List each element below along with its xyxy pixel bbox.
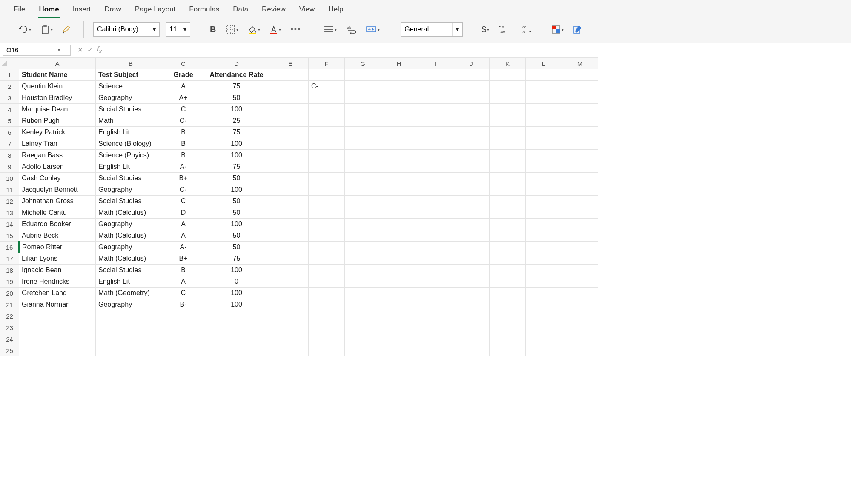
cell-J24[interactable] xyxy=(453,333,490,345)
row-header-21[interactable]: 21 xyxy=(0,299,19,310)
cell-C8[interactable]: B xyxy=(166,150,201,161)
align-button[interactable]: ▾ xyxy=(322,23,338,35)
cell-H14[interactable] xyxy=(381,219,417,230)
cell-K14[interactable] xyxy=(490,219,526,230)
cell-A4[interactable]: Marquise Dean xyxy=(19,104,96,115)
cell-L6[interactable] xyxy=(526,127,562,138)
cell-J17[interactable] xyxy=(453,253,490,265)
tab-help[interactable]: Help xyxy=(327,3,344,15)
cell-L15[interactable] xyxy=(526,230,562,242)
cell-M7[interactable] xyxy=(562,138,598,150)
row-header-15[interactable]: 15 xyxy=(0,230,19,242)
fx-icon[interactable]: fx xyxy=(97,46,102,54)
row-header-24[interactable]: 24 xyxy=(0,333,19,345)
fill-color-button[interactable]: ▾ xyxy=(246,23,262,35)
cell-F17[interactable] xyxy=(309,253,345,265)
cell-D20[interactable]: 100 xyxy=(201,288,272,299)
cell-L12[interactable] xyxy=(526,196,562,207)
cell-E12[interactable] xyxy=(272,196,309,207)
cell-A14[interactable]: Eduardo Booker xyxy=(19,219,96,230)
cell-C22[interactable] xyxy=(166,310,201,322)
cell-C17[interactable]: B+ xyxy=(166,253,201,265)
cell-H22[interactable] xyxy=(381,310,417,322)
cell-H16[interactable] xyxy=(381,242,417,253)
cell-F5[interactable] xyxy=(309,115,345,127)
col-header-K[interactable]: K xyxy=(490,58,526,69)
cell-K2[interactable] xyxy=(490,81,526,92)
cell-B23[interactable] xyxy=(96,322,166,333)
tab-insert[interactable]: Insert xyxy=(72,3,92,15)
wrap-text-button[interactable]: ab xyxy=(344,23,358,36)
cell-B12[interactable]: Social Studies xyxy=(96,196,166,207)
cell-G13[interactable] xyxy=(345,207,381,219)
cell-C19[interactable]: A xyxy=(166,276,201,288)
cell-M21[interactable] xyxy=(562,299,598,310)
cell-B11[interactable]: Geography xyxy=(96,184,166,196)
cell-I14[interactable] xyxy=(417,219,453,230)
cell-K21[interactable] xyxy=(490,299,526,310)
cell-G12[interactable] xyxy=(345,196,381,207)
cell-I23[interactable] xyxy=(417,322,453,333)
tab-view[interactable]: View xyxy=(298,3,316,15)
cell-E25[interactable] xyxy=(272,345,309,356)
cell-D10[interactable]: 50 xyxy=(201,173,272,184)
cell-M9[interactable] xyxy=(562,161,598,173)
cell-G2[interactable] xyxy=(345,81,381,92)
cell-E17[interactable] xyxy=(272,253,309,265)
cell-H24[interactable] xyxy=(381,333,417,345)
cell-J7[interactable] xyxy=(453,138,490,150)
cell-J6[interactable] xyxy=(453,127,490,138)
cell-C11[interactable]: C- xyxy=(166,184,201,196)
font-size-input[interactable] xyxy=(166,24,180,35)
number-format-input[interactable] xyxy=(401,24,452,35)
format-painter-button[interactable] xyxy=(60,23,74,36)
font-color-button[interactable]: ▾ xyxy=(268,23,283,35)
cell-G19[interactable] xyxy=(345,276,381,288)
cell-A20[interactable]: Gretchen Lang xyxy=(19,288,96,299)
cell-E13[interactable] xyxy=(272,207,309,219)
cell-B4[interactable]: Social Studies xyxy=(96,104,166,115)
col-header-L[interactable]: L xyxy=(526,58,562,69)
number-format-combo[interactable]: ▾ xyxy=(401,22,463,37)
cell-J4[interactable] xyxy=(453,104,490,115)
cell-A8[interactable]: Raegan Bass xyxy=(19,150,96,161)
col-header-G[interactable]: G xyxy=(345,58,381,69)
more-options-button[interactable]: ••• xyxy=(289,23,303,36)
cell-J19[interactable] xyxy=(453,276,490,288)
cell-M1[interactable] xyxy=(562,69,598,81)
cell-E16[interactable] xyxy=(272,242,309,253)
tab-page-layout[interactable]: Page Layout xyxy=(134,3,176,15)
cell-L5[interactable] xyxy=(526,115,562,127)
cell-D22[interactable] xyxy=(201,310,272,322)
col-header-D[interactable]: D xyxy=(201,58,272,69)
cell-E1[interactable] xyxy=(272,69,309,81)
cell-E2[interactable] xyxy=(272,81,309,92)
cell-E18[interactable] xyxy=(272,265,309,276)
decrease-decimal-button[interactable]: .00.0 xyxy=(518,23,533,36)
cell-H15[interactable] xyxy=(381,230,417,242)
cell-K6[interactable] xyxy=(490,127,526,138)
cell-A6[interactable]: Kenley Patrick xyxy=(19,127,96,138)
cell-L1[interactable] xyxy=(526,69,562,81)
cell-B7[interactable]: Science (Biology) xyxy=(96,138,166,150)
cell-H23[interactable] xyxy=(381,322,417,333)
cell-L13[interactable] xyxy=(526,207,562,219)
cell-K5[interactable] xyxy=(490,115,526,127)
cell-K13[interactable] xyxy=(490,207,526,219)
cell-B13[interactable]: Math (Calculus) xyxy=(96,207,166,219)
cell-M20[interactable] xyxy=(562,288,598,299)
cell-J2[interactable] xyxy=(453,81,490,92)
cell-H6[interactable] xyxy=(381,127,417,138)
cell-K8[interactable] xyxy=(490,150,526,161)
cell-F1[interactable] xyxy=(309,69,345,81)
editing-button[interactable] xyxy=(571,23,584,36)
row-header-13[interactable]: 13 xyxy=(0,207,19,219)
row-header-22[interactable]: 22 xyxy=(0,310,19,322)
cell-I8[interactable] xyxy=(417,150,453,161)
cell-B3[interactable]: Geography xyxy=(96,92,166,104)
cell-M8[interactable] xyxy=(562,150,598,161)
cell-K23[interactable] xyxy=(490,322,526,333)
cell-F2[interactable]: C- xyxy=(309,81,345,92)
row-header-19[interactable]: 19 xyxy=(0,276,19,288)
cell-B2[interactable]: Science xyxy=(96,81,166,92)
